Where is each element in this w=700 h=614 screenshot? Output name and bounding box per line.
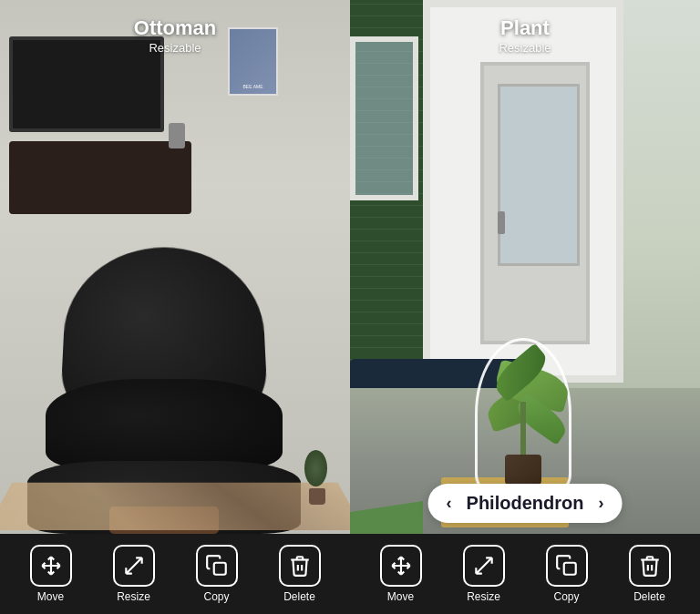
left-panel: BEE AME Ottoman Resizable Move [0, 0, 350, 614]
plant-prev-button[interactable]: ‹ [447, 494, 452, 513]
right-copy-label: Copy [553, 590, 579, 603]
left-delete-button[interactable]: Delete [279, 545, 321, 603]
right-resize-button[interactable]: Resize [463, 545, 505, 603]
right-copy-icon-box [546, 545, 588, 587]
left-copy-button[interactable]: Copy [196, 545, 238, 603]
door-handle [498, 211, 505, 234]
door-window [498, 84, 580, 266]
plant-selector[interactable]: ‹ Philodendron › [428, 484, 623, 523]
left-resize-label: Resize [117, 590, 150, 603]
right-move-label: Move [387, 590, 414, 603]
svg-rect-1 [563, 563, 575, 575]
corner-plant [304, 450, 332, 505]
right-move-button[interactable]: Move [380, 545, 422, 603]
left-move-label: Move [37, 590, 64, 603]
right-delete-button[interactable]: Delete [629, 545, 671, 603]
resize-icon [122, 554, 146, 578]
left-move-icon-box [30, 545, 72, 587]
tv-area [9, 36, 210, 219]
right-item-name: Plant [350, 16, 700, 40]
right-delete-icon-box [629, 545, 671, 587]
chair-seat [46, 379, 283, 470]
door-frame [423, 0, 623, 383]
svg-rect-0 [213, 563, 225, 575]
right-copy-icon [555, 554, 579, 578]
right-delete-label: Delete [633, 590, 665, 603]
right-resize-icon [472, 554, 496, 578]
ar-plant [478, 341, 569, 486]
right-move-icon [389, 554, 413, 578]
rug [0, 483, 350, 530]
left-copy-icon-box [196, 545, 238, 587]
side-window [350, 36, 418, 200]
right-resize-label: Resize [467, 590, 500, 603]
left-delete-label: Delete [283, 590, 315, 603]
plant-next-button[interactable]: › [598, 494, 603, 513]
move-icon [39, 554, 63, 578]
left-move-button[interactable]: Move [30, 545, 72, 603]
right-item-label: Plant Resizable [350, 16, 700, 55]
left-item-name: Ottoman [0, 16, 350, 40]
left-resize-button[interactable]: Resize [113, 545, 155, 603]
plant-stem [520, 402, 526, 456]
right-resize-icon-box [463, 545, 505, 587]
plant-leaves [304, 450, 327, 486]
right-item-subtitle: Resizable [350, 41, 700, 55]
copy-icon [205, 554, 229, 578]
poster-text: BEE AME [232, 84, 274, 89]
tv-stand [9, 141, 191, 214]
right-move-icon-box [380, 545, 422, 587]
left-resize-icon-box [113, 545, 155, 587]
left-item-label: Ottoman Resizable [0, 16, 350, 55]
left-item-subtitle: Resizable [0, 41, 350, 55]
left-copy-label: Copy [203, 590, 229, 603]
right-toolbar: Move Resize Copy [350, 534, 700, 614]
delete-icon [288, 554, 312, 578]
right-copy-button[interactable]: Copy [546, 545, 588, 603]
plant-pot [309, 488, 325, 505]
right-delete-icon [638, 554, 662, 578]
left-toolbar: Move Resize Copy [0, 534, 350, 614]
left-delete-icon-box [279, 545, 321, 587]
plant-pot [505, 455, 541, 486]
right-panel: Welcome Plant Resizable ‹ Philodendron ›… [350, 0, 700, 614]
door [480, 62, 590, 344]
plant-name: Philodendron [467, 493, 584, 514]
speaker [169, 123, 185, 148]
